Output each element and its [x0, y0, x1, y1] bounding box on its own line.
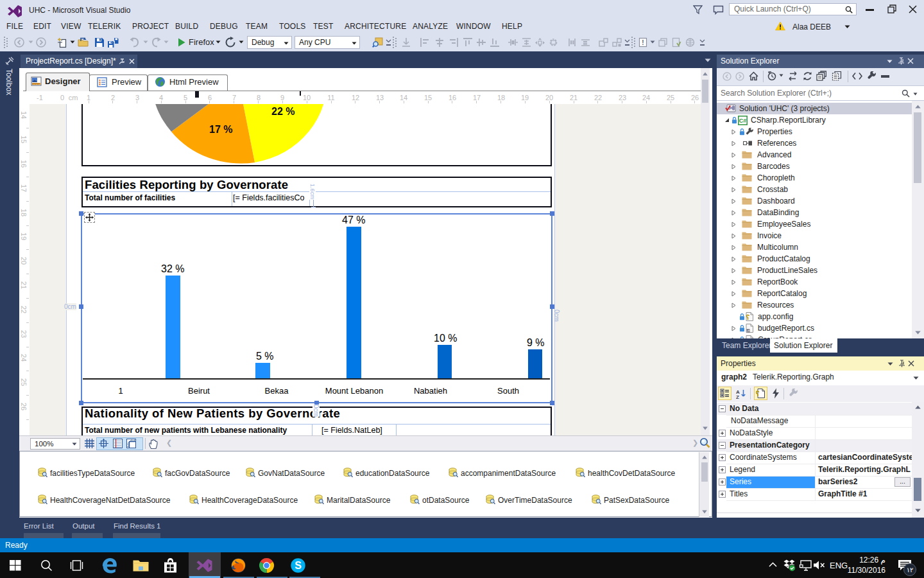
svg-text:!: !: [642, 39, 644, 46]
svg-text:c#: c#: [747, 329, 750, 333]
svg-text:C#: C#: [739, 118, 747, 124]
svg-text:Z: Z: [736, 394, 739, 399]
svg-text:22 %: 22 %: [271, 106, 295, 117]
svg-text:S: S: [295, 560, 302, 571]
svg-text:17 %: 17 %: [209, 124, 232, 135]
